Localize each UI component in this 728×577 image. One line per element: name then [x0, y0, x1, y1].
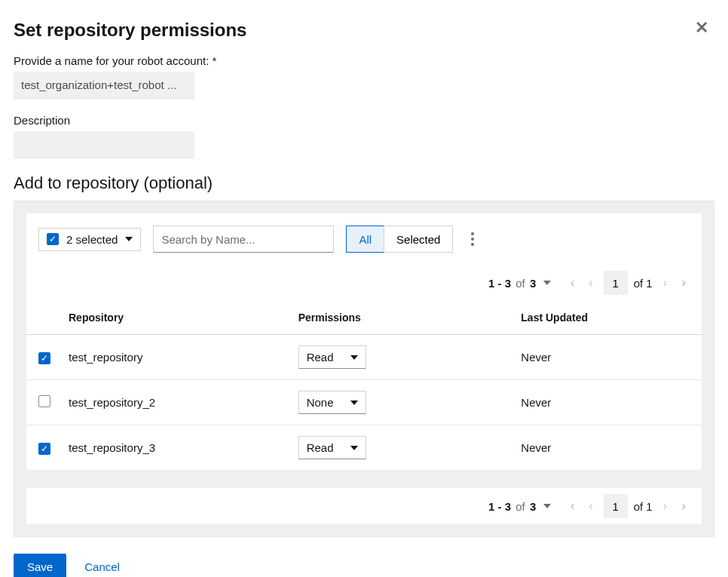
filter-toggle-group: All Selected	[346, 226, 453, 253]
close-icon[interactable]: ✕	[689, 14, 714, 42]
first-page-button[interactable]: ‹‹	[566, 273, 578, 293]
modal-title: Set repository permissions	[14, 20, 246, 41]
row-checkbox[interactable]	[38, 352, 50, 364]
row-checkbox[interactable]	[38, 395, 50, 407]
kebab-menu-icon[interactable]	[465, 226, 480, 252]
chevron-down-icon	[350, 401, 358, 405]
table-row: test_repositoryReadNever	[26, 335, 702, 380]
page-total-label: of 1	[634, 277, 653, 290]
toolbar: 2 selected All Selected	[26, 213, 702, 265]
chevron-down-icon	[543, 504, 551, 508]
prev-page-button[interactable]: ‹	[584, 496, 597, 516]
chevron-down-icon	[350, 355, 358, 360]
last-updated-cell: Never	[512, 335, 702, 380]
chevron-down-icon	[350, 446, 358, 450]
col-header-permissions: Permissions	[289, 301, 512, 335]
add-repo-heading: Add to repository (optional)	[14, 173, 714, 193]
permission-select[interactable]: Read	[298, 436, 366, 459]
robot-name-input[interactable]	[14, 72, 194, 99]
page-number-input[interactable]	[604, 494, 628, 518]
toggle-selected-button[interactable]: Selected	[384, 226, 453, 253]
permission-select[interactable]: Read	[298, 345, 366, 369]
toggle-all-button[interactable]: All	[346, 226, 384, 253]
next-page-button[interactable]: ›	[659, 496, 671, 516]
robot-name-label: Provide a name for your robot account: *	[14, 54, 714, 67]
last-page-button[interactable]: ››	[678, 496, 690, 516]
chevron-down-icon	[543, 281, 551, 285]
range-total: 3	[530, 500, 536, 513]
cancel-button[interactable]: Cancel	[81, 554, 123, 577]
table-row: test_repository_3ReadNever	[26, 425, 702, 471]
row-checkbox[interactable]	[38, 443, 50, 455]
description-label: Description	[14, 114, 714, 127]
repo-name-cell: test_repository_2	[60, 380, 289, 425]
save-button[interactable]: Save	[14, 554, 66, 577]
pagination-top: 1 - 3 of 3 ‹‹ ‹ of 1 › ››	[26, 265, 702, 301]
description-input[interactable]	[14, 131, 194, 158]
next-page-button[interactable]: ›	[659, 273, 671, 293]
chevron-down-icon	[125, 237, 133, 241]
range-of: of	[515, 500, 525, 513]
last-page-button[interactable]: ››	[678, 273, 690, 293]
permission-value: Read	[307, 351, 334, 364]
first-page-button[interactable]: ‹‹	[566, 496, 578, 516]
range-total: 3	[530, 277, 536, 290]
repo-panel: 2 selected All Selected 1 - 3 of 3 ‹‹ ‹ …	[14, 201, 714, 537]
pagination-bottom: 1 - 3 of 3 ‹‹ ‹ of 1 › ››	[26, 488, 702, 524]
page-nav: ‹‹ ‹ of 1 › ››	[566, 271, 690, 295]
table-row: test_repository_2NoneNever	[26, 380, 702, 425]
permission-select[interactable]: None	[298, 391, 366, 414]
permission-value: None	[307, 396, 334, 409]
col-header-updated: Last Updated	[512, 301, 702, 335]
footer-actions: Save Cancel	[14, 554, 714, 577]
bulk-select-checkbox[interactable]	[47, 233, 59, 245]
range-of: of	[515, 277, 525, 290]
last-updated-cell: Never	[512, 380, 702, 425]
page-nav: ‹‹ ‹ of 1 › ››	[566, 494, 690, 518]
items-range-dropdown[interactable]: 1 - 3 of 3	[488, 500, 551, 513]
bulk-select-dropdown[interactable]: 2 selected	[38, 228, 141, 251]
range-text: 1 - 3	[488, 500, 511, 513]
permission-value: Read	[307, 441, 334, 454]
repo-name-cell: test_repository_3	[60, 425, 289, 471]
page-number-input[interactable]	[604, 271, 628, 295]
repo-table: Repository Permissions Last Updated test…	[26, 301, 702, 470]
page-total-label: of 1	[634, 500, 653, 513]
range-text: 1 - 3	[488, 277, 511, 290]
items-range-dropdown[interactable]: 1 - 3 of 3	[488, 277, 551, 290]
last-updated-cell: Never	[512, 425, 702, 471]
bulk-select-label: 2 selected	[66, 233, 118, 246]
col-header-repository: Repository	[60, 301, 289, 335]
repo-name-cell: test_repository	[60, 335, 289, 380]
prev-page-button[interactable]: ‹	[584, 273, 597, 293]
search-input[interactable]	[153, 226, 334, 253]
